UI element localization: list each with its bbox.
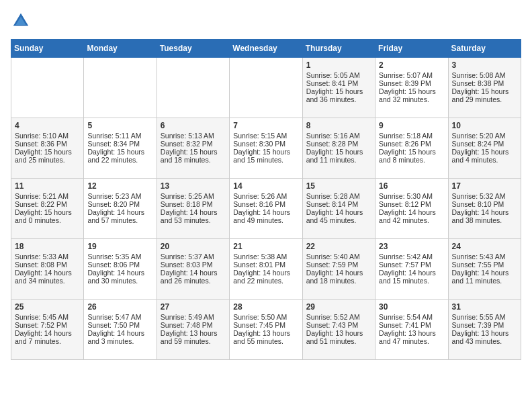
sunset-text: Sunset: 8:18 PM xyxy=(161,200,226,208)
sunset-text: Sunset: 8:01 PM xyxy=(233,261,298,269)
day-cell: 16Sunrise: 5:30 AMSunset: 8:12 PMDayligh… xyxy=(375,179,448,239)
sunrise-text: Sunrise: 5:55 AM xyxy=(452,313,517,321)
sunset-text: Sunset: 7:48 PM xyxy=(161,321,226,329)
day-cell: 30Sunrise: 5:54 AMSunset: 7:41 PMDayligh… xyxy=(375,300,448,360)
sunset-text: Sunset: 7:45 PM xyxy=(233,321,298,329)
day-cell: 13Sunrise: 5:25 AMSunset: 8:18 PMDayligh… xyxy=(157,179,229,239)
daylight-text: Daylight: 13 hours and 51 minutes. xyxy=(306,329,371,345)
day-header-saturday: Saturday xyxy=(448,40,521,58)
daylight-text: Daylight: 15 hours and 29 minutes. xyxy=(452,87,517,103)
daylight-text: Daylight: 14 hours and 30 minutes. xyxy=(87,269,152,285)
daylight-text: Daylight: 13 hours and 47 minutes. xyxy=(379,329,444,345)
day-cell: 28Sunrise: 5:50 AMSunset: 7:45 PMDayligh… xyxy=(230,300,302,360)
daylight-text: Daylight: 14 hours and 26 minutes. xyxy=(161,269,226,285)
day-number: 24 xyxy=(452,242,517,251)
day-cell: 19Sunrise: 5:35 AMSunset: 8:06 PMDayligh… xyxy=(84,239,157,300)
day-cell: 8Sunrise: 5:16 AMSunset: 8:28 PMDaylight… xyxy=(302,118,375,179)
sunrise-text: Sunrise: 5:33 AM xyxy=(15,253,80,261)
daylight-text: Daylight: 14 hours and 49 minutes. xyxy=(233,208,298,224)
daylight-text: Daylight: 13 hours and 43 minutes. xyxy=(452,329,517,345)
daylight-text: Daylight: 13 hours and 55 minutes. xyxy=(233,329,298,345)
sunset-text: Sunset: 7:41 PM xyxy=(379,321,444,329)
sunrise-text: Sunrise: 5:50 AM xyxy=(233,313,298,321)
day-cell: 14Sunrise: 5:26 AMSunset: 8:16 PMDayligh… xyxy=(230,179,302,239)
sunset-text: Sunset: 7:57 PM xyxy=(379,261,444,269)
daylight-text: Daylight: 14 hours and 3 minutes. xyxy=(87,329,152,345)
day-cell: 15Sunrise: 5:28 AMSunset: 8:14 PMDayligh… xyxy=(302,179,375,239)
sunrise-text: Sunrise: 5:07 AM xyxy=(379,71,444,79)
day-cell: 21Sunrise: 5:38 AMSunset: 8:01 PMDayligh… xyxy=(230,239,302,300)
sunset-text: Sunset: 7:39 PM xyxy=(452,321,517,329)
daylight-text: Daylight: 14 hours and 34 minutes. xyxy=(15,269,80,285)
daylight-text: Daylight: 14 hours and 45 minutes. xyxy=(306,208,371,224)
sunset-text: Sunset: 7:52 PM xyxy=(15,321,80,329)
day-number: 11 xyxy=(15,181,80,191)
week-row-4: 18Sunrise: 5:33 AMSunset: 8:08 PMDayligh… xyxy=(11,239,521,300)
day-number: 3 xyxy=(452,60,517,70)
daylight-text: Daylight: 13 hours and 59 minutes. xyxy=(161,329,226,345)
day-cell: 3Sunrise: 5:08 AMSunset: 8:38 PMDaylight… xyxy=(448,58,521,118)
daylight-text: Daylight: 14 hours and 15 minutes. xyxy=(379,269,444,285)
daylight-text: Daylight: 15 hours and 32 minutes. xyxy=(379,87,444,103)
day-cell xyxy=(11,58,84,118)
daylight-text: Daylight: 15 hours and 18 minutes. xyxy=(161,148,226,164)
day-number: 23 xyxy=(379,242,444,251)
day-number: 10 xyxy=(452,121,517,130)
day-number: 18 xyxy=(15,242,80,251)
calendar-table: SundayMondayTuesdayWednesdayThursdayFrid… xyxy=(11,39,521,360)
sunrise-text: Sunrise: 5:08 AM xyxy=(452,71,517,79)
day-cell: 9Sunrise: 5:18 AMSunset: 8:26 PMDaylight… xyxy=(375,118,448,179)
day-header-friday: Friday xyxy=(375,40,448,58)
day-number: 8 xyxy=(306,121,371,130)
sunrise-text: Sunrise: 5:10 AM xyxy=(15,132,80,140)
sunset-text: Sunset: 8:10 PM xyxy=(452,200,517,208)
day-number: 19 xyxy=(87,242,152,251)
day-cell: 24Sunrise: 5:43 AMSunset: 7:55 PMDayligh… xyxy=(448,239,521,300)
day-header-monday: Monday xyxy=(84,40,157,58)
week-row-2: 4Sunrise: 5:10 AMSunset: 8:36 PMDaylight… xyxy=(11,118,521,179)
sunset-text: Sunset: 8:20 PM xyxy=(87,200,152,208)
sunrise-text: Sunrise: 5:38 AM xyxy=(233,253,298,261)
day-cell: 31Sunrise: 5:55 AMSunset: 7:39 PMDayligh… xyxy=(448,300,521,360)
day-cell: 10Sunrise: 5:20 AMSunset: 8:24 PMDayligh… xyxy=(448,118,521,179)
sunrise-text: Sunrise: 5:47 AM xyxy=(87,313,152,321)
sunset-text: Sunset: 8:06 PM xyxy=(87,261,152,269)
week-row-1: 1Sunrise: 5:05 AMSunset: 8:41 PMDaylight… xyxy=(11,58,521,118)
daylight-text: Daylight: 15 hours and 4 minutes. xyxy=(452,148,517,164)
day-number: 26 xyxy=(87,302,152,312)
day-number: 28 xyxy=(233,302,298,312)
day-cell: 17Sunrise: 5:32 AMSunset: 8:10 PMDayligh… xyxy=(448,179,521,239)
day-cell: 22Sunrise: 5:40 AMSunset: 7:59 PMDayligh… xyxy=(302,239,375,300)
daylight-text: Daylight: 14 hours and 7 minutes. xyxy=(15,329,80,345)
day-number: 16 xyxy=(379,181,444,191)
page-header xyxy=(11,11,521,31)
day-cell: 1Sunrise: 5:05 AMSunset: 8:41 PMDaylight… xyxy=(302,58,375,118)
day-number: 21 xyxy=(233,242,298,251)
day-cell: 4Sunrise: 5:10 AMSunset: 8:36 PMDaylight… xyxy=(11,118,84,179)
daylight-text: Daylight: 15 hours and 22 minutes. xyxy=(87,148,152,164)
sunrise-text: Sunrise: 5:28 AM xyxy=(306,192,371,200)
sunrise-text: Sunrise: 5:05 AM xyxy=(306,71,371,79)
sunrise-text: Sunrise: 5:15 AM xyxy=(233,132,298,140)
sunset-text: Sunset: 8:22 PM xyxy=(15,200,80,208)
day-cell: 25Sunrise: 5:45 AMSunset: 7:52 PMDayligh… xyxy=(11,300,84,360)
day-number: 12 xyxy=(87,181,152,191)
day-number: 29 xyxy=(306,302,371,312)
sunset-text: Sunset: 8:24 PM xyxy=(452,140,517,148)
day-cell: 2Sunrise: 5:07 AMSunset: 8:39 PMDaylight… xyxy=(375,58,448,118)
sunrise-text: Sunrise: 5:40 AM xyxy=(306,253,371,261)
day-cell: 6Sunrise: 5:13 AMSunset: 8:32 PMDaylight… xyxy=(157,118,229,179)
daylight-text: Daylight: 15 hours and 15 minutes. xyxy=(233,148,298,164)
daylight-text: Daylight: 15 hours and 36 minutes. xyxy=(306,87,371,103)
day-cell: 29Sunrise: 5:52 AMSunset: 7:43 PMDayligh… xyxy=(302,300,375,360)
sunrise-text: Sunrise: 5:35 AM xyxy=(87,253,152,261)
daylight-text: Daylight: 14 hours and 11 minutes. xyxy=(452,269,517,285)
day-number: 25 xyxy=(15,302,80,312)
sunrise-text: Sunrise: 5:54 AM xyxy=(379,313,444,321)
daylight-text: Daylight: 14 hours and 57 minutes. xyxy=(87,208,152,224)
day-cell xyxy=(84,58,157,118)
day-number: 1 xyxy=(306,60,371,70)
day-number: 30 xyxy=(379,302,444,312)
daylight-text: Daylight: 15 hours and 8 minutes. xyxy=(379,148,444,164)
sunset-text: Sunset: 8:41 PM xyxy=(306,79,371,87)
